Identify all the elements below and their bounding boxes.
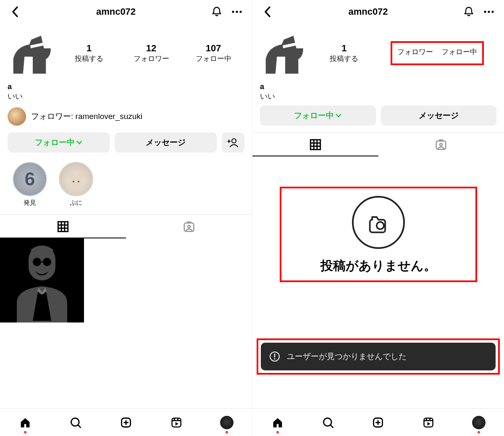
search-icon xyxy=(322,417,334,428)
profile-username: amnc072 xyxy=(280,6,456,17)
back-button[interactable] xyxy=(260,4,275,19)
svg-point-27 xyxy=(239,11,242,13)
highlight-1-thumb: 6 xyxy=(13,162,47,196)
nav-search[interactable] xyxy=(66,413,85,432)
empty-state-text: 投稿がありません。 xyxy=(290,257,467,275)
grid-icon xyxy=(310,139,321,151)
bottom-nav xyxy=(252,408,504,436)
stat-posts-num: 1 xyxy=(71,43,108,54)
stat-followers[interactable]: フォロワー xyxy=(395,45,436,61)
stat-posts-label: 投稿する xyxy=(326,54,362,63)
more-icon xyxy=(483,10,494,13)
stat-posts-label: 投稿する xyxy=(71,54,108,63)
nav-profile-dot xyxy=(226,431,228,433)
stat-following[interactable]: フォロー中 xyxy=(439,45,480,61)
profile-tabs xyxy=(252,132,504,156)
nav-avatar-icon xyxy=(220,416,234,429)
nav-profile[interactable] xyxy=(218,413,236,432)
svg-point-41 xyxy=(274,358,275,359)
profile-header: amnc072 xyxy=(252,0,504,24)
nav-home-dot xyxy=(24,431,26,433)
highlight-2-thumb xyxy=(59,162,93,196)
notifications-button[interactable] xyxy=(461,4,476,19)
stats-hidden-highlight: フォロワー フォロー中 xyxy=(391,41,484,65)
stat-followers-label: フォロワー xyxy=(397,47,433,57)
back-icon xyxy=(264,5,271,18)
bell-icon xyxy=(211,6,223,18)
highlight-1[interactable]: 6 発見 xyxy=(13,162,47,207)
following-label: フォロー中 xyxy=(35,137,75,148)
post-image-icon xyxy=(0,238,84,322)
stat-posts[interactable]: 1 投稿する xyxy=(68,41,110,65)
bio-text: いい xyxy=(260,91,496,101)
tab-tagged[interactable] xyxy=(378,133,504,156)
nav-home-dot xyxy=(276,431,279,433)
nav-avatar-icon xyxy=(472,416,486,429)
bell-icon xyxy=(463,6,475,18)
stat-posts[interactable]: 1 投稿する xyxy=(323,41,365,65)
right-pane: amnc072 1 投稿する フォロワー フォロー中 xyxy=(252,0,504,436)
empty-state-highlight: 投稿がありません。 xyxy=(280,187,477,282)
post-thumb-1[interactable] xyxy=(0,238,84,322)
svg-point-26 xyxy=(236,11,238,13)
profile-avatar[interactable] xyxy=(260,28,310,78)
error-toast: ユーザーが見つかりませんでした xyxy=(261,343,496,370)
tab-grid[interactable] xyxy=(0,215,126,238)
home-icon xyxy=(19,416,32,429)
nav-reels[interactable] xyxy=(419,413,438,432)
following-button[interactable]: フォロー中 xyxy=(8,132,110,153)
nav-profile[interactable] xyxy=(470,413,488,432)
dog-avatar-icon xyxy=(262,30,308,76)
back-icon xyxy=(11,5,19,18)
svg-point-28 xyxy=(232,139,236,143)
action-buttons: フォロー中 メッセージ xyxy=(252,106,504,132)
left-pane: amnc072 1 投稿する 12 フォロワー 107 フォロー中 xyxy=(0,0,252,436)
more-button[interactable] xyxy=(229,4,244,19)
dog-avatar-icon xyxy=(10,30,56,76)
tab-grid[interactable] xyxy=(252,133,378,156)
back-button[interactable] xyxy=(8,4,23,19)
stat-followers[interactable]: 12 フォロワー xyxy=(130,41,172,65)
tagged-icon xyxy=(435,138,447,151)
nav-home[interactable] xyxy=(268,413,287,432)
profile-stats-row: 1 投稿する 12 フォロワー 107 フォロー中 xyxy=(0,24,252,80)
following-button[interactable]: フォロー中 xyxy=(260,106,376,126)
toast-highlight: ユーザーが見つかりませんでした xyxy=(257,338,500,375)
svg-point-33 xyxy=(76,174,83,181)
svg-point-38 xyxy=(491,11,494,13)
story-highlights: 6 発見 ぷに xyxy=(0,159,252,214)
profile-stats-row: 1 投稿する フォロワー フォロー中 xyxy=(252,24,504,80)
grid-icon xyxy=(57,221,69,233)
svg-point-25 xyxy=(232,11,234,13)
add-user-button[interactable] xyxy=(222,132,244,153)
nav-create[interactable] xyxy=(369,413,387,432)
tab-tagged[interactable] xyxy=(126,215,252,238)
follower-avatar-icon xyxy=(8,107,26,126)
profile-header: amnc072 xyxy=(0,0,252,24)
stat-following-label: フォロー中 xyxy=(441,47,477,57)
svg-point-32 xyxy=(69,174,76,181)
stat-followers-label: フォロワー xyxy=(133,54,170,63)
notifications-button[interactable] xyxy=(209,4,224,19)
more-button[interactable] xyxy=(481,4,496,19)
search-icon xyxy=(70,417,81,428)
nav-create[interactable] xyxy=(117,413,135,432)
action-buttons: フォロー中 メッセージ xyxy=(0,132,252,159)
stat-following[interactable]: 107 フォロー中 xyxy=(192,41,234,65)
profile-avatar[interactable] xyxy=(8,28,58,78)
stat-following-num: 107 xyxy=(195,43,232,54)
nav-reels[interactable] xyxy=(167,413,186,432)
posts-area: 投稿がありません。 ユーザーが見つかりませんでした xyxy=(252,156,504,408)
following-label: フォロー中 xyxy=(294,110,334,121)
nav-search[interactable] xyxy=(319,413,337,432)
message-button[interactable]: メッセージ xyxy=(115,132,217,153)
toast-text: ユーザーが見つかりませんでした xyxy=(287,351,407,362)
followed-by-row[interactable]: フォロワー: ramenlover_suzuki xyxy=(0,106,252,132)
profile-username: amnc072 xyxy=(28,6,204,17)
highlight-2[interactable]: ぷに xyxy=(59,162,93,207)
nav-home[interactable] xyxy=(16,413,34,432)
svg-point-34 xyxy=(73,181,74,182)
more-icon xyxy=(231,10,242,13)
svg-point-37 xyxy=(488,11,490,13)
message-button[interactable]: メッセージ xyxy=(381,106,497,126)
